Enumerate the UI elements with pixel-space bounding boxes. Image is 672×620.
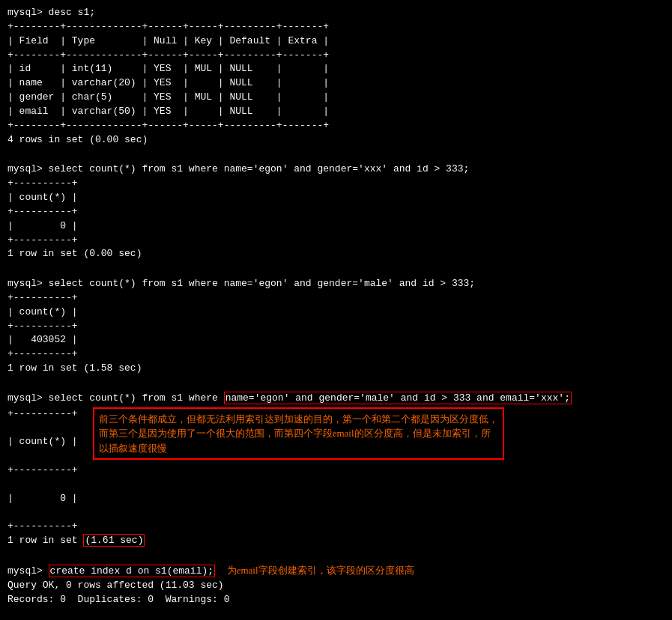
q1-value: | 0 | [7, 219, 665, 234]
table-header: | Field | Type | Null | Key | Default | … [7, 34, 665, 49]
query3-highlight: name='egon' and gender='male' and id > 3… [224, 392, 572, 404]
q3-result: 1 row in set (1.61 sec) [7, 534, 665, 548]
q3-border-mid: +----------+ [7, 464, 78, 478]
query2-command: mysql> select count(*) from s1 where nam… [7, 277, 665, 291]
query3-command: mysql> select count(*) from s1 where nam… [7, 392, 572, 406]
q1-result: 1 row in set (0.00 sec) [7, 247, 665, 261]
desc-result: 4 rows in set (0.00 sec) [7, 133, 665, 148]
table-row-id: | id | int(11) | YES | MUL | NULL | | [7, 62, 665, 76]
q2-border-mid: +----------+ [7, 320, 665, 334]
q3-border-top: +----------+ [7, 407, 78, 422]
q3-value: | 0 | [7, 492, 78, 506]
q2-value: | 403052 | [7, 333, 665, 347]
q2-result: 1 row in set (1.58 sec) [7, 362, 665, 376]
q2-border-top: +----------+ [7, 291, 665, 306]
q1-border-bot: +----------+ [7, 234, 665, 248]
q3-time-highlight: (1.61 sec) [83, 534, 145, 547]
annotation-text-2: 为email字段创建索引，该字段的区分度很高 [227, 565, 414, 576]
desc-command: mysql> desc s1; [7, 6, 665, 20]
table-border-2: +--------+-------------+------+-----+---… [7, 49, 665, 63]
table-border-1: +--------+-------------+------+-----+---… [7, 20, 665, 34]
q1-header: | count(*) | [7, 191, 665, 205]
table-border-3: +--------+-------------+------+-----+---… [7, 119, 665, 133]
query1-command: mysql> select count(*) from s1 where nam… [7, 162, 665, 177]
create-index-command: mysql> create index d on s1(email); 为ema… [7, 564, 665, 579]
create-index-section: mysql> create index d on s1(email); 为ema… [7, 564, 665, 607]
query2-section: mysql> select count(*) from s1 where nam… [7, 277, 665, 376]
q3-border-bot: +----------+ [7, 520, 78, 534]
table-row-name: | name | varchar(20) | YES | | NULL | | [7, 76, 665, 91]
terminal-window: mysql> desc s1; +--------+-------------+… [0, 0, 672, 620]
q3-header: | count(*) | [7, 435, 78, 449]
table-row-email: | email | varchar(50) | YES | | NULL | | [7, 105, 665, 119]
query1-section: mysql> select count(*) from s1 where nam… [7, 162, 665, 261]
desc-section: mysql> desc s1; +--------+-------------+… [7, 6, 665, 147]
q2-border-bot: +----------+ [7, 347, 665, 362]
create-index-result2: Records: 0 Duplicates: 0 Warnings: 0 [7, 593, 665, 607]
query3-section: mysql> select count(*) from s1 where nam… [7, 392, 665, 548]
q1-border-mid: +----------+ [7, 205, 665, 219]
q2-header: | count(*) | [7, 306, 665, 320]
create-index-result1: Query OK, 0 rows affected (11.03 sec) [7, 579, 665, 593]
create-index-highlight: create index d on s1(email); [49, 565, 215, 577]
table-row-gender: | gender | char(5) | YES | MUL | NULL | … [7, 91, 665, 105]
annotation-box-1: 前三个条件都成立，但都无法利用索引达到加速的目的，第一个和第二个都是因为区分度低… [93, 407, 504, 461]
q1-border-top: +----------+ [7, 177, 665, 191]
annotation-text-1: 前三个条件都成立，但都无法利用索引达到加速的目的，第一个和第二个都是因为区分度低… [99, 413, 498, 454]
